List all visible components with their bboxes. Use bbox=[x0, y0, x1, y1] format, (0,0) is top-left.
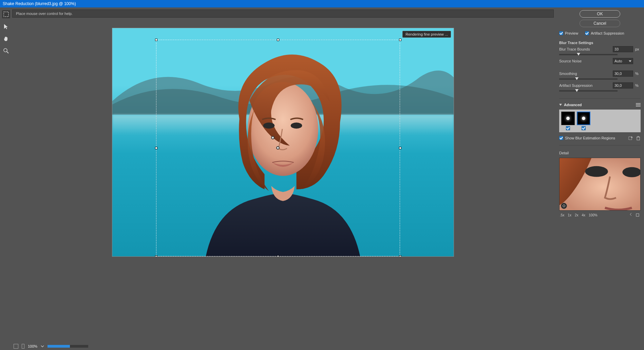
marquee-handle[interactable] bbox=[399, 39, 401, 41]
hint-text: Place mouse over control for help. bbox=[16, 12, 73, 16]
checkbox-icon bbox=[559, 31, 563, 35]
detail-section-title: Detail bbox=[559, 151, 641, 155]
doc-icon bbox=[14, 344, 18, 349]
blur-trace-bounds-label: Blur Trace Bounds bbox=[559, 47, 611, 51]
zoom-in-icon[interactable] bbox=[635, 213, 640, 217]
source-noise-select[interactable]: Auto bbox=[613, 58, 633, 64]
svg-point-13 bbox=[585, 166, 608, 177]
dashed-rect-icon bbox=[3, 11, 9, 17]
rendering-badge-text: Rendering fine preview ... bbox=[405, 32, 448, 36]
svg-rect-6 bbox=[629, 137, 632, 140]
source-noise-label: Source Noise bbox=[559, 59, 611, 63]
blur-trace-bounds-input[interactable] bbox=[613, 46, 633, 52]
svg-rect-0 bbox=[4, 12, 8, 17]
tool-strip bbox=[0, 7, 12, 350]
delete-region-icon[interactable] bbox=[636, 136, 641, 140]
ok-button[interactable]: OK bbox=[580, 10, 620, 18]
detail-loupe[interactable] bbox=[559, 158, 641, 211]
chevron-down-icon bbox=[629, 60, 631, 62]
detail-zoom-readout: 100% bbox=[589, 213, 598, 217]
scale-option[interactable]: .5x bbox=[560, 213, 564, 217]
progress-bar bbox=[48, 345, 88, 348]
zoom-readout[interactable]: 100% bbox=[28, 344, 37, 348]
checkbox-icon bbox=[585, 31, 589, 35]
slider-thumb-icon[interactable] bbox=[575, 77, 579, 80]
panel-menu-icon[interactable] bbox=[636, 103, 641, 106]
scale-option[interactable]: 1x bbox=[568, 213, 571, 217]
magnifier-icon bbox=[3, 48, 9, 54]
window-title: Shake Reduction (blurred3.jpg @ 100%) bbox=[3, 1, 76, 6]
marquee-handle[interactable] bbox=[155, 147, 157, 149]
title-bar: Shake Reduction (blurred3.jpg @ 100%) bbox=[0, 0, 644, 7]
progress-fill bbox=[48, 345, 70, 348]
cancel-button[interactable]: Cancel bbox=[580, 20, 620, 27]
advanced-label: Advanced bbox=[564, 103, 582, 107]
artifact-suppression-slider[interactable] bbox=[559, 90, 618, 92]
zoom-tool-icon[interactable] bbox=[2, 47, 10, 55]
trace-pin[interactable] bbox=[271, 136, 274, 139]
preview-label: Preview bbox=[565, 31, 578, 35]
blur-trace-bounds-slider[interactable] bbox=[559, 54, 618, 55]
pointer-tool-icon[interactable] bbox=[2, 22, 10, 31]
blur-trace-thumb[interactable] bbox=[577, 112, 590, 125]
artifact-suppression-param-label: Artifact Suppression bbox=[559, 83, 611, 88]
scale-segments: .5x1x2x4x100% bbox=[560, 213, 598, 217]
show-regions-checkbox[interactable]: Show Blur Estimation Regions bbox=[559, 136, 615, 140]
checkbox-icon bbox=[559, 136, 563, 140]
unit-label: % bbox=[635, 83, 641, 88]
canvas-area[interactable]: Rendering fine preview ... bbox=[12, 19, 554, 343]
add-region-icon[interactable] bbox=[628, 136, 633, 140]
divider bbox=[559, 145, 641, 145]
marquee-handle[interactable] bbox=[277, 255, 279, 257]
artifact-suppression-input[interactable] bbox=[613, 82, 633, 89]
artifact-suppression-checkbox[interactable]: Artifact Suppression bbox=[585, 31, 624, 35]
right-panel: OK Cancel Preview Artifact Suppression B… bbox=[556, 7, 644, 350]
undock-loupe-icon[interactable] bbox=[561, 203, 567, 209]
thumb-enable-checkbox[interactable] bbox=[582, 126, 586, 130]
arrow-icon bbox=[3, 23, 9, 30]
bottom-status-bar: 100% bbox=[12, 343, 554, 350]
zoom-out-icon[interactable] bbox=[628, 213, 632, 217]
disclosure-triangle-icon bbox=[559, 104, 562, 106]
hand-icon bbox=[3, 36, 9, 42]
slider-thumb-icon[interactable] bbox=[577, 53, 580, 56]
blur-kernel-icon bbox=[566, 117, 570, 120]
show-regions-label: Show Blur Estimation Regions bbox=[565, 136, 615, 140]
svg-rect-20 bbox=[636, 214, 639, 216]
blur-trace-thumbnails bbox=[559, 110, 641, 132]
hand-tool-icon[interactable] bbox=[2, 35, 10, 43]
blur-kernel-icon bbox=[582, 117, 585, 120]
svg-line-2 bbox=[7, 52, 8, 53]
svg-point-1 bbox=[4, 48, 7, 52]
preview-checkbox[interactable]: Preview bbox=[559, 31, 578, 35]
doc-split-icon bbox=[22, 344, 24, 349]
marquee-tool-icon[interactable] bbox=[2, 10, 10, 18]
blur-trace-section-title: Blur Trace Settings bbox=[559, 41, 641, 45]
slider-thumb-icon[interactable] bbox=[575, 89, 579, 92]
source-noise-value: Auto bbox=[614, 59, 622, 63]
marquee-handle[interactable] bbox=[155, 39, 157, 41]
smoothing-input[interactable] bbox=[613, 71, 633, 77]
svg-rect-9 bbox=[637, 137, 640, 140]
canvas-frame[interactable]: Rendering fine preview ... bbox=[112, 28, 454, 257]
rendering-badge: Rendering fine preview ... bbox=[402, 31, 451, 38]
smoothing-slider[interactable] bbox=[559, 78, 618, 80]
artifact-suppression-label: Artifact Suppression bbox=[591, 31, 624, 35]
divider bbox=[559, 98, 641, 99]
marquee-handle[interactable] bbox=[399, 147, 401, 149]
unit-label: px bbox=[635, 47, 641, 51]
scale-option[interactable]: 4x bbox=[582, 213, 585, 217]
smoothing-label: Smoothing bbox=[559, 72, 611, 76]
thumb-enable-checkbox[interactable] bbox=[566, 126, 570, 130]
blur-trace-thumb[interactable] bbox=[561, 112, 575, 125]
marquee-handle[interactable] bbox=[399, 255, 401, 257]
unit-label: % bbox=[635, 72, 641, 76]
advanced-section-header[interactable]: Advanced bbox=[559, 103, 641, 107]
chevron-down-icon[interactable] bbox=[41, 345, 44, 348]
scale-option[interactable]: 2x bbox=[575, 213, 579, 217]
marquee-handle[interactable] bbox=[155, 255, 157, 257]
hint-bar: Place mouse over control for help. bbox=[12, 9, 554, 18]
marquee-handle[interactable] bbox=[277, 39, 279, 41]
